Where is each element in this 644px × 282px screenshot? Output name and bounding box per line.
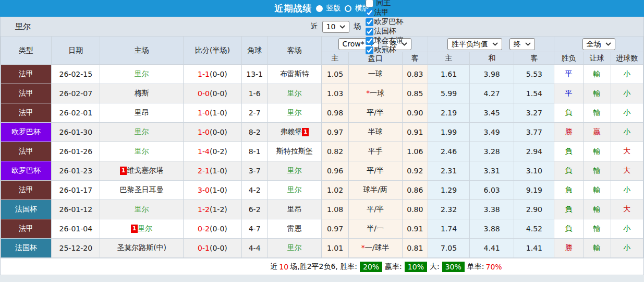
score-cell: 1-2(1-2) bbox=[183, 200, 241, 219]
europe-home-odds-cell: 1.29 bbox=[428, 181, 469, 200]
corner-cell: 4-4 bbox=[242, 239, 268, 258]
europe-home-odds-cell: 2.31 bbox=[428, 161, 469, 181]
single-label: 单率: bbox=[467, 262, 484, 272]
col-header-home: 主场 bbox=[100, 37, 183, 65]
checkbox-input[interactable] bbox=[366, 28, 373, 36]
filter-checkbox-欧罗巴杯[interactable]: 欧罗巴杯 bbox=[365, 17, 403, 27]
handicap-result-cell: 贏 bbox=[583, 123, 611, 142]
score-cell: 1-0(1-0) bbox=[183, 103, 241, 123]
europe-draw-odds-cell: 3.31 bbox=[470, 161, 514, 181]
checkbox-input[interactable] bbox=[366, 18, 373, 26]
handicap-line-cell: 平/半 bbox=[348, 161, 402, 181]
asia-away-odds-cell: 1.06 bbox=[402, 142, 428, 161]
chevron-down-icon bbox=[525, 42, 531, 46]
fulltime-score: 3-0 bbox=[198, 186, 210, 194]
filter-checkbox-法甲[interactable]: 法甲 bbox=[365, 8, 403, 17]
home-team-cell: 里尔 bbox=[100, 200, 183, 219]
summary-mid: 场,胜2平2负6, 胜率: bbox=[290, 262, 357, 272]
table-row: 法甲26-02-07梅斯0-0(0-0)1-6里尔1.03*一球0.855.99… bbox=[1, 84, 643, 103]
summary-footer: 近10场,胜2平2负6, 胜率: 20% 赢率: 10% 大: 30% 单率:7… bbox=[0, 258, 644, 275]
big-label: 大: bbox=[430, 262, 440, 272]
away-team-name: 里尔 bbox=[287, 108, 302, 116]
filter-checkbox-法国杯[interactable]: 法国杯 bbox=[365, 27, 403, 36]
home-team-name: 圣莫尔路斯(中) bbox=[117, 243, 166, 252]
home-team-name: 里尔 bbox=[135, 147, 149, 155]
summary-prefix: 近 bbox=[270, 262, 277, 272]
europe-away-odds-cell: 5.53 bbox=[514, 65, 554, 84]
away-team-name: 里尔 bbox=[287, 166, 302, 174]
filter-checkbox-同主[interactable]: 同主 bbox=[365, 0, 403, 8]
checkbox-input[interactable] bbox=[366, 37, 373, 45]
match-type-cell: 法甲 bbox=[1, 65, 52, 84]
result-group-header: 全场 bbox=[554, 37, 643, 52]
sub-header-eu-draw: 和 bbox=[470, 52, 514, 65]
col-header-score: 比分(半场) bbox=[183, 37, 241, 65]
checkbox-label: 法甲 bbox=[374, 8, 388, 17]
handicap-line-cell: 球半/两 bbox=[348, 181, 402, 200]
page-title: 近期战绩 bbox=[275, 3, 312, 15]
win-odds-label: 赢率: bbox=[385, 262, 402, 272]
europe-away-odds-cell: 3.77 bbox=[514, 123, 554, 142]
asia-away-odds-cell: 0.90 bbox=[402, 103, 428, 123]
away-team-name: 雷恩 bbox=[287, 224, 302, 232]
result-scope-select[interactable]: 全场 bbox=[582, 38, 615, 50]
handicap-line-cell: 半/一 bbox=[348, 219, 402, 239]
recent-count-select[interactable]: 10 bbox=[322, 21, 350, 33]
sub-header-wdl: 胜负 bbox=[554, 52, 583, 65]
handicap-result-cell: 輸 bbox=[583, 181, 611, 200]
fulltime-score: 0-0 bbox=[198, 89, 210, 98]
score-cell: 0-0(0-0) bbox=[183, 84, 241, 103]
match-type-cell: 法甲 bbox=[1, 103, 52, 123]
home-team-cell: 圣莫尔路斯(中) bbox=[100, 239, 183, 258]
win-rate-badge: 20% bbox=[360, 262, 382, 272]
europe-draw-odds-cell: 3.98 bbox=[470, 65, 514, 84]
europe-away-odds-cell: 9.19 bbox=[514, 181, 554, 200]
star-mark: * bbox=[366, 89, 370, 97]
star-mark: * bbox=[361, 243, 365, 252]
results-table: 类型 日期 主场 比分(半场) 角球 客场 Crow* 终 bbox=[1, 36, 643, 258]
rank-badge: 1 bbox=[120, 167, 127, 175]
score-cell: 2-1(1-0) bbox=[183, 161, 241, 181]
europe-draw-odds-cell: 3.49 bbox=[470, 123, 514, 142]
handicap-result-cell: 輸 bbox=[583, 200, 611, 219]
goals-result-cell: 小 bbox=[611, 65, 643, 84]
match-type-cell: 法国杯 bbox=[1, 200, 52, 219]
filter-controls: 近 10 场 同主法甲欧罗巴杯法国杯球会友谊欧冠杯 bbox=[311, 0, 404, 55]
europe-home-odds-cell: 2.19 bbox=[428, 103, 469, 123]
europe-draw-odds-cell: 3.88 bbox=[470, 219, 514, 239]
europe-odds-time-select[interactable]: 终 bbox=[509, 38, 535, 50]
corner-cell: 3-7 bbox=[242, 161, 268, 181]
handicap-result-cell: 輸 bbox=[583, 219, 611, 239]
goals-result-cell: 小 bbox=[611, 181, 643, 200]
corner-cell: 8-2 bbox=[242, 123, 268, 142]
table-row: 欧罗巴杯26-01-231维戈塞尔塔2-1(1-0)3-7里尔0.96平/半0.… bbox=[1, 161, 643, 181]
chevron-down-icon bbox=[492, 42, 498, 46]
halftime-score: (0-0) bbox=[210, 89, 227, 98]
goals-result-cell: 小 bbox=[611, 239, 643, 258]
score-cell: 0-1(0-0) bbox=[183, 239, 241, 258]
match-type-cell: 法国杯 bbox=[1, 239, 52, 258]
filter-checkbox-球会友谊[interactable]: 球会友谊 bbox=[365, 36, 403, 45]
filter-checkbox-欧冠杯[interactable]: 欧冠杯 bbox=[365, 45, 403, 55]
asia-away-odds-cell: 0.83 bbox=[402, 65, 428, 84]
col-header-type: 类型 bbox=[1, 37, 52, 65]
checkbox-input[interactable] bbox=[366, 0, 373, 7]
match-date-cell: 25-12-20 bbox=[52, 239, 100, 258]
halftime-score: (0-2) bbox=[210, 147, 227, 156]
home-team-cell: 里尔 bbox=[100, 142, 183, 161]
filter-checkboxes: 同主法甲欧罗巴杯法国杯球会友谊欧冠杯 bbox=[365, 0, 403, 55]
checkbox-input[interactable] bbox=[366, 46, 373, 54]
goals-result-cell: 小 bbox=[611, 123, 643, 142]
fulltime-score: 0-2 bbox=[198, 225, 210, 233]
europe-odds-select[interactable]: 胜平负均值 bbox=[447, 38, 502, 50]
wdl-result-cell: 負 bbox=[554, 219, 583, 239]
goals-result-cell: 大 bbox=[611, 200, 643, 219]
checkbox-input[interactable] bbox=[366, 9, 373, 17]
halftime-score: (0-0) bbox=[210, 244, 227, 252]
handicap-line-cell: 平/半 bbox=[348, 200, 402, 219]
summary-line: 近10场,胜2平2负6, 胜率: 20% 赢率: 10% 大: 30% 单率:7… bbox=[270, 262, 502, 272]
match-date-cell: 26-01-30 bbox=[52, 123, 100, 142]
result-scope-value: 全场 bbox=[587, 40, 601, 49]
home-team-name: 巴黎圣日耳曼 bbox=[120, 185, 164, 194]
match-type-cell: 法甲 bbox=[1, 181, 52, 200]
